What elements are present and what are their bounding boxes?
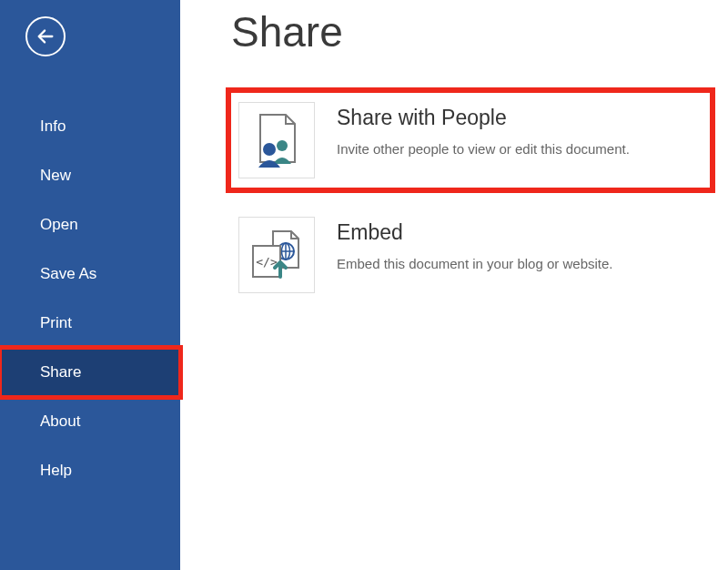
sidebar-item-share[interactable]: Share [0, 348, 180, 397]
sidebar-item-label: New [40, 167, 71, 185]
sidebar-item-label: Open [40, 216, 78, 234]
option-desc: Invite other people to view or edit this… [337, 141, 630, 157]
sidebar-item-new[interactable]: New [0, 151, 180, 200]
back-button[interactable] [25, 16, 66, 56]
backstage-sidebar: Info New Open Save As Print Share About … [0, 0, 180, 570]
page-title: Share [231, 7, 710, 56]
sidebar-item-info[interactable]: Info [0, 102, 180, 151]
sidebar-item-about[interactable]: About [0, 397, 180, 446]
sidebar-item-label: Share [40, 363, 81, 382]
share-with-people-icon-box [238, 102, 315, 178]
share-with-people-text: Share with People Invite other people to… [337, 102, 630, 157]
sidebar-item-print[interactable]: Print [0, 299, 180, 348]
sidebar-item-save-as[interactable]: Save As [0, 249, 180, 299]
sidebar-item-label: Info [40, 117, 66, 136]
main-panel: Share Share with People Invite other peo… [180, 0, 728, 570]
sidebar-item-open[interactable]: Open [0, 200, 180, 249]
sidebar-item-help[interactable]: Help [0, 446, 180, 495]
sidebar-item-label: Help [40, 462, 72, 480]
sidebar-item-label: Print [40, 314, 72, 332]
share-people-icon [251, 111, 302, 169]
svg-point-3 [263, 143, 276, 156]
option-desc: Embed this document in your blog or webs… [337, 256, 613, 271]
embed-option[interactable]: </> Embed Embed this document in your bl… [231, 208, 710, 302]
svg-marker-1 [260, 115, 295, 162]
sidebar-item-label: About [40, 412, 80, 431]
option-title: Share with People [337, 106, 630, 130]
embed-text: Embed Embed this document in your blog o… [337, 217, 613, 271]
embed-icon-box: </> [238, 217, 315, 293]
share-with-people-option[interactable]: Share with People Invite other people to… [231, 93, 710, 188]
option-title: Embed [337, 220, 613, 245]
svg-point-2 [277, 140, 288, 151]
sidebar-item-label: Save As [40, 265, 96, 283]
back-arrow-icon [35, 26, 56, 46]
embed-icon: </> [248, 226, 306, 284]
